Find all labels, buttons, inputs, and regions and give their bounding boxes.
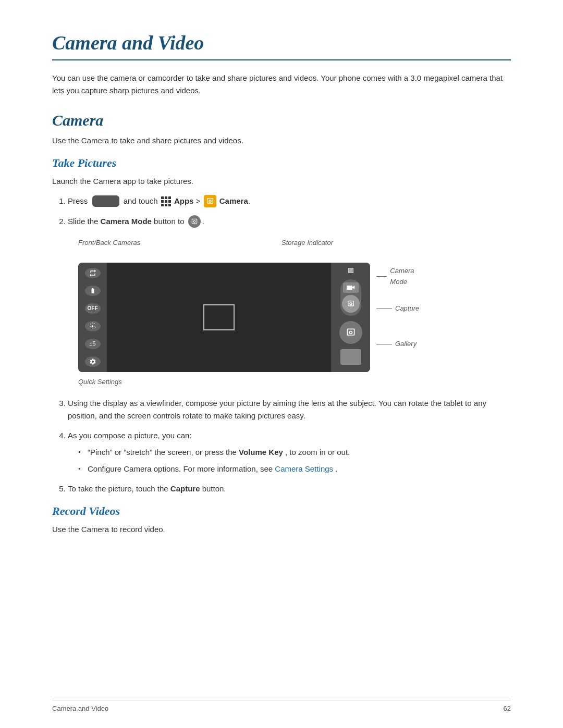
step5-prefix: To take the picture, touch the: [68, 484, 168, 493]
step-2: Slide the Camera Mode button to . Front/…: [68, 215, 511, 388]
home-button-icon: [92, 195, 119, 207]
settings-icon: [85, 356, 101, 367]
diagram-main: OFF ±5: [78, 251, 443, 372]
step4-text: As you compose a picture, you can:: [68, 431, 192, 440]
viewfinder: [107, 263, 331, 372]
camera-section-title: Camera: [52, 112, 511, 129]
step-1: Press and touch Apps > Camera.: [68, 195, 511, 208]
step1-camera-label: Camera: [219, 196, 248, 205]
callout-gallery: Gallery: [376, 339, 417, 350]
quick-settings-label-wrapper: Quick Settings: [78, 375, 443, 388]
step5-bold: Capture: [170, 484, 200, 493]
exposure-icon: ±5: [85, 339, 101, 349]
step-4: As you compose a picture, you can: “Pinc…: [68, 429, 511, 475]
mode-knob: [342, 295, 360, 313]
bullet2-suffix: .: [335, 464, 337, 473]
callout-capture-label: Capture: [395, 303, 419, 314]
camera-diagram: OFF ±5: [78, 263, 370, 372]
right-panel: [331, 263, 370, 372]
page-footer: Camera and Video 62: [52, 700, 511, 712]
callout-line-capture: [376, 309, 392, 309]
flash-icon: OFF: [85, 303, 101, 314]
step1-prefix: Press: [68, 196, 88, 205]
step2-bold: Camera Mode: [101, 217, 152, 226]
record-videos-intro: Use the Camera to record video.: [52, 523, 511, 536]
battery-icon: [85, 286, 101, 296]
take-pictures-intro: Launch the Camera app to take pictures.: [52, 175, 511, 188]
left-panel: OFF ±5: [78, 263, 107, 372]
step5-suffix: button.: [202, 484, 226, 493]
callout-line-mode: [376, 276, 387, 277]
callout-line-gallery: [376, 344, 392, 344]
brightness-icon: [85, 321, 101, 331]
callout-camera-mode-label: Camera Mode: [390, 266, 419, 288]
camera-settings-link[interactable]: Camera Settings: [275, 464, 333, 473]
take-pictures-title: Take Pictures: [52, 156, 511, 170]
step2-prefix: Slide the: [68, 217, 98, 226]
chapter-heading: Camera and Video: [52, 31, 511, 60]
chapter-title: Camera and Video: [52, 31, 511, 54]
callout-camera-mode: Camera Mode: [376, 266, 419, 288]
mode-video-icon: [343, 282, 359, 293]
camera-mode-button: [340, 279, 361, 316]
label-front-back: Front/Back Cameras: [78, 238, 140, 249]
bullet1-suffix: , to zoom in or out.: [285, 448, 350, 456]
bullet2-prefix: Configure Camera options. For more infor…: [88, 464, 273, 473]
bullet1-bold: Volume Key: [239, 448, 283, 456]
diagram-container: Front/Back Cameras Storage Indicator: [78, 238, 443, 388]
bullet-1: “Pinch” or “stretch” the screen, or pres…: [78, 446, 511, 459]
bullet-2: Configure Camera options. For more infor…: [78, 463, 511, 475]
callout-capture: Capture: [376, 303, 419, 314]
diagram-top-labels: Front/Back Cameras Storage Indicator: [78, 238, 443, 249]
focus-box: [203, 304, 235, 330]
capture-button: [339, 321, 362, 344]
camera-section-intro: Use the Camera to take and share picture…: [52, 134, 511, 147]
footer-left: Camera and Video: [52, 705, 108, 712]
camera-app-icon: [204, 195, 216, 207]
step-3: Using the display as a viewfinder, compo…: [68, 397, 511, 422]
camera-mode-icon: [188, 215, 201, 228]
label-storage: Storage Indicator: [282, 238, 333, 249]
front-back-icon: [85, 268, 101, 278]
step4-bullets: “Pinch” or “stretch” the screen, or pres…: [68, 446, 511, 475]
record-videos-title: Record Videos: [52, 504, 511, 518]
step1-middle: and touch: [124, 196, 158, 205]
steps-list: Press and touch Apps > Camera. Slide the…: [52, 195, 511, 495]
gallery-thumbnail: [340, 349, 361, 365]
bullet1-prefix: “Pinch” or “stretch” the screen, or pres…: [88, 448, 237, 456]
storage-dot: [348, 268, 353, 273]
step1-separator: >: [196, 196, 201, 205]
step1-apps-label: Apps: [174, 196, 194, 205]
quick-settings-label: Quick Settings: [78, 378, 122, 386]
camera-diagram-wrapper: Front/Back Cameras Storage Indicator: [68, 238, 511, 388]
step2-suffix: button to: [154, 217, 184, 226]
apps-grid-icon: [161, 196, 171, 206]
step-5: To take the picture, touch the Capture b…: [68, 483, 511, 495]
footer-page-number: 62: [504, 705, 511, 712]
callout-gallery-label: Gallery: [395, 339, 417, 350]
chapter-intro: You can use the camera or camcorder to t…: [52, 72, 511, 97]
